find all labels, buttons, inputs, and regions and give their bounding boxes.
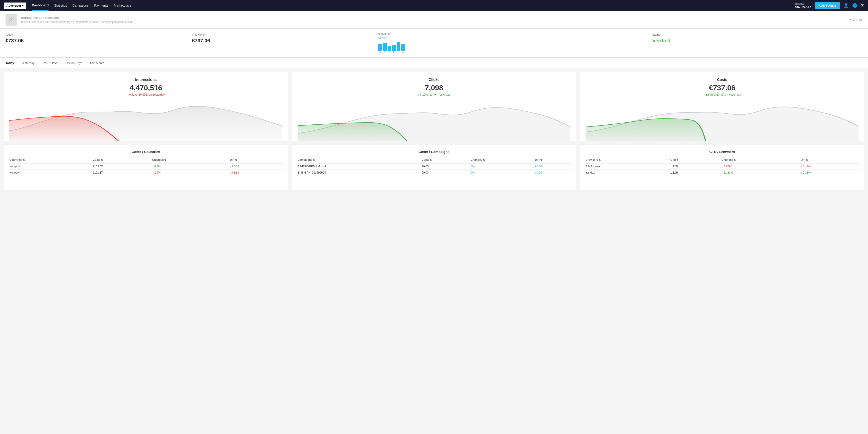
messages-icon[interactable]: ✉ — [861, 3, 864, 8]
browser-name: Silk Browser — [585, 164, 670, 170]
table-row: ES-EUM-REBLL-PU-M [ €0.00 0% €0.00 — [297, 164, 571, 170]
ctr-browsers-card: CTR / Browsers Browsers CTR Changes Diff… — [580, 145, 864, 191]
ctr-browsers-table: Browsers CTR Changes Diff Silk Browser 1… — [585, 157, 860, 176]
bar-n — [378, 44, 382, 51]
impressions-title: Impressions — [9, 78, 282, 82]
tab-today[interactable]: Today — [5, 58, 14, 68]
dismiss-label: Dismiss — [853, 18, 863, 21]
nav-dashboard[interactable]: Dashboard — [32, 0, 49, 11]
metric-cards-row: Impressions 4,470,516 ↓ 0.81% (36,652) o… — [4, 72, 864, 141]
col-costs[interactable]: Costs — [421, 157, 470, 164]
notification-title: Blurred title or Notification — [21, 16, 845, 20]
bar-d — [383, 43, 386, 51]
campaign-change: 0% — [470, 164, 534, 170]
browser-name: Yandex — [585, 170, 670, 176]
globe-icon[interactable]: 🌐 — [852, 3, 857, 8]
browser-ctr: 1.82% — [670, 170, 721, 176]
impressions-value: 4,470,516 — [9, 84, 282, 92]
country-cost: €163.67 — [92, 164, 151, 170]
col-diff[interactable]: Diff — [534, 157, 571, 164]
eye-off-icon: 👁 — [849, 18, 852, 21]
col-campaigns[interactable]: Campaigns — [297, 157, 421, 164]
tab-thismonth[interactable]: This Month — [90, 58, 104, 68]
bar-labels: N D J F M A — [378, 51, 641, 54]
col-changes[interactable]: Changes — [721, 157, 800, 164]
table-row: Yandex 1.82% ↑ 11.21% ↑ 0.18% — [585, 170, 860, 176]
table-row: SI-ISM-PN-D [1599994] €0.00 0% €0.00 — [297, 170, 571, 176]
today-label: Today — [5, 33, 181, 36]
impressions-card: Impressions 4,470,516 ↓ 0.81% (36,652) o… — [4, 72, 288, 141]
chart-label: 6 Months — [378, 32, 641, 35]
nav-payments[interactable]: Payments — [94, 0, 108, 10]
today-stat: Today €737.06 — [0, 29, 186, 57]
advertiser-dropdown[interactable]: Advertiser ▾ — [4, 2, 26, 9]
clicks-card: Clicks 7,098 ↑ 0.16% (11) on Yesterday — [292, 72, 577, 141]
month-label: This Month — [192, 33, 367, 36]
campaign-name: SI-ISM-PN-D [1599994] — [297, 170, 421, 176]
balance-label: Balance — [795, 2, 811, 5]
sixmonth-stat: 6 Months View ▾ N D J F M A — [373, 29, 647, 57]
nav-right: Balance €57,897.15 ADD FUNDS 👤 🌐 ✉ — [795, 2, 864, 9]
costs-countries-table: Countries Costs Changes Diff Hungary €16… — [8, 157, 283, 176]
browser-change: ↓ 8.65% — [721, 164, 800, 170]
col-diff[interactable]: Diff — [800, 157, 860, 164]
tab-last7[interactable]: Last 7 Days — [42, 58, 58, 68]
clicks-value: 7,098 — [298, 84, 571, 92]
tab-last30[interactable]: Last 30 Days — [65, 58, 82, 68]
notification-image: 🖼 — [5, 14, 18, 26]
costs-chart — [586, 100, 859, 141]
status-label: Status — [652, 33, 863, 36]
costs-campaigns-table: Campaigns Costs Changes Diff ES-EUM-REBL… — [297, 157, 571, 176]
col-browsers[interactable]: Browsers — [585, 157, 670, 164]
campaign-cost: €0.00 — [421, 170, 470, 176]
view-dropdown[interactable]: View ▾ — [378, 36, 641, 40]
col-costs[interactable]: Costs — [92, 157, 151, 164]
bar-label-j: J — [388, 51, 391, 54]
bar-a — [401, 44, 405, 51]
table-row: Hungary €163.67 ↑ 0.4% ↑ €0.65 — [8, 164, 283, 170]
col-countries[interactable]: Countries — [8, 157, 92, 164]
clicks-chart — [298, 100, 571, 141]
country-name: Norway — [8, 170, 92, 176]
add-funds-button[interactable]: ADD FUNDS — [815, 2, 840, 9]
browser-ctr: 1.92% — [670, 164, 721, 170]
balance-block: Balance €57,897.15 — [795, 2, 811, 9]
view-dropdown-icon: ▾ — [385, 36, 387, 40]
country-change: ↑ 0.4% — [151, 164, 229, 170]
dropdown-arrow-icon: ▾ — [22, 4, 24, 7]
browser-change: ↑ 11.21% — [721, 170, 800, 176]
advertiser-label: Advertiser — [6, 4, 21, 7]
nav-marketplace[interactable]: Marketplace — [114, 0, 131, 10]
notification-text: Blurred title or Notification Blurred de… — [21, 16, 845, 24]
tab-yesterday[interactable]: Yesterday — [21, 58, 34, 68]
table-row: Silk Browser 1.92% ↓ 8.65% ↓ 0.18% — [585, 164, 860, 170]
campaign-diff: €0.00 — [534, 170, 571, 176]
col-diff[interactable]: Diff — [229, 157, 283, 164]
impressions-chart — [9, 100, 282, 141]
col-changes[interactable]: Changes — [151, 157, 229, 164]
costs-card: Costs €737.06 ↑ 2.84% (€20.36) on Yester… — [580, 72, 864, 141]
bar-label-f: F — [392, 51, 396, 54]
main-content: Impressions 4,470,516 ↓ 0.81% (36,652) o… — [0, 68, 868, 194]
bar-label-d: D — [383, 51, 386, 54]
nav-statistics[interactable]: Statistics — [54, 0, 67, 10]
country-diff: ↑ €0.65 — [229, 164, 283, 170]
costs-countries-title: Costs / Countries — [8, 150, 283, 154]
campaign-diff: €0.00 — [534, 164, 571, 170]
bar-chart — [378, 42, 641, 51]
costs-campaigns-title: Costs / Campaigns — [297, 150, 571, 154]
bar-label-a: A — [401, 51, 405, 54]
campaign-change: 0% — [470, 170, 534, 176]
costs-campaigns-card: Costs / Campaigns Campaigns Costs Change… — [292, 145, 577, 191]
nav-campaigns[interactable]: Campaigns — [72, 0, 89, 10]
country-cost: €161.37 — [92, 170, 151, 176]
stats-summary: Today €737.06 This Month €737.06 6 Month… — [0, 29, 868, 58]
dismiss-button[interactable]: 👁 Dismiss — [849, 18, 863, 21]
clicks-title: Clicks — [298, 78, 571, 82]
status-value: Verified — [652, 38, 863, 44]
col-ctr[interactable]: CTR — [670, 157, 721, 164]
bar-j — [388, 46, 391, 51]
col-changes[interactable]: Changes — [470, 157, 534, 164]
account-icon[interactable]: 👤 — [843, 3, 848, 8]
browser-diff: ↑ 0.18% — [800, 170, 860, 176]
